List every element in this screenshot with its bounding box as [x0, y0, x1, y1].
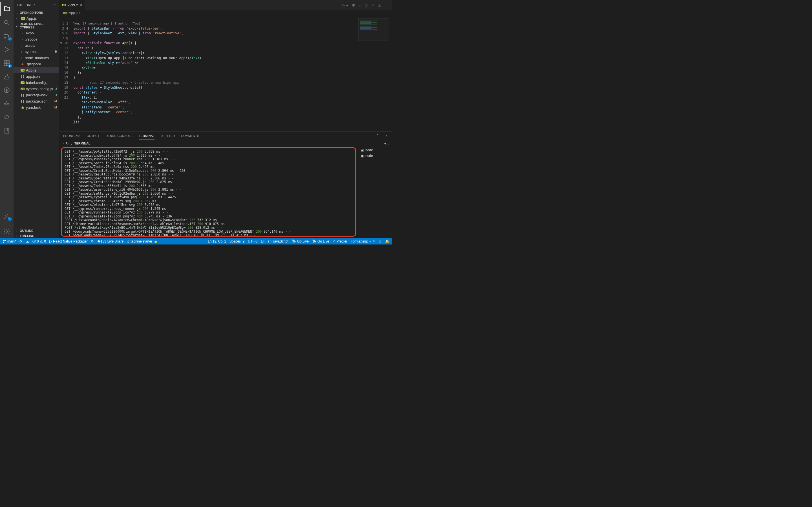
terminal-instance[interactable]: ▣node	[360, 153, 389, 159]
run-icon[interactable]: ▷⌄	[343, 3, 349, 7]
code-content[interactable]: You, 27 seconds ago | 1 author (You)impo…	[73, 16, 392, 131]
eol[interactable]: LF	[261, 239, 265, 243]
chevron-down-icon: ⌄	[15, 24, 18, 27]
close-panel-icon[interactable]: ×	[386, 133, 388, 138]
formatting-button[interactable]: Formatting:✓×	[351, 239, 375, 243]
nav-back-icon[interactable]: ◌	[358, 3, 361, 7]
timeline-header[interactable]: › TIMELINE	[13, 233, 59, 238]
go-live-button[interactable]: 📡Go Live	[292, 239, 309, 243]
file-item[interactable]: { }package-lock.j...U	[13, 92, 59, 98]
packager-indicator[interactable]: ▷React Native Packager	[49, 239, 88, 243]
prettier-button[interactable]: ✓Prettier	[333, 239, 347, 243]
branch-indicator[interactable]: main*	[2, 239, 16, 243]
chevron-right-icon: ›	[20, 50, 24, 54]
file-item[interactable]: JScypress.config.jsU	[13, 86, 59, 92]
git-status-badge: U	[55, 93, 57, 97]
panel-tab-output[interactable]: OUTPUT	[87, 132, 99, 139]
svg-rect-13	[5, 128, 9, 133]
cursor-position[interactable]: Ln 12, Col 1	[208, 239, 226, 243]
folder-item[interactable]: ›.expo	[13, 30, 59, 36]
bookmark-icon[interactable]	[0, 124, 13, 137]
svg-point-1	[4, 34, 6, 35]
folder-item[interactable]: ›cypress	[13, 48, 59, 55]
chevron-right-icon: ›	[15, 234, 18, 237]
live-share-button[interactable]: �183Live Share	[97, 239, 123, 243]
go-live-button-2[interactable]: 📡Go Live	[312, 239, 329, 243]
editor-tabs: JS App.js × ▷⌄ ◉ ◌ ◌ ⊕ ◫ ⋯	[59, 0, 392, 10]
terminal-output[interactable]: GET /__/assets/polyfills.f25d072f.js 200…	[61, 147, 356, 237]
code-editor[interactable]: 1 2 3 4 5 6 7 8 9 10 11 12 13 14 15 16 1…	[59, 16, 392, 131]
svg-point-14	[6, 214, 8, 216]
open-editor-item[interactable]: × JS App.js	[13, 15, 59, 21]
panel-tab-problems[interactable]: PROBLEMS	[63, 132, 80, 139]
chevron-right-icon[interactable]: ›	[63, 142, 64, 145]
terminal-header: › ↻ ⌄ TERMINAL ＋⌄	[59, 140, 392, 147]
file-item[interactable]: JSApp.js	[13, 67, 59, 73]
close-icon[interactable]: ×	[16, 16, 20, 20]
minimap[interactable]	[358, 18, 389, 41]
extensions-badge: 2	[8, 64, 12, 68]
account-icon[interactable]: 1	[0, 210, 13, 223]
maximize-panel-icon[interactable]: ⌃	[376, 133, 379, 138]
file-item[interactable]: ◆.gitignore	[13, 61, 59, 67]
panel-tab-jupyter[interactable]: JUPYTER	[161, 132, 175, 139]
new-terminal-icon[interactable]: ＋⌄	[384, 142, 389, 146]
outline-header[interactable]: › OUTLINE	[13, 228, 59, 233]
testing-icon[interactable]	[0, 70, 13, 83]
indentation[interactable]: Spaces: 2	[230, 239, 245, 243]
git-icon[interactable]: ⊕	[371, 3, 374, 7]
folder-item[interactable]: ›node_modules	[13, 55, 59, 61]
compare-icon[interactable]: ◉	[352, 3, 355, 7]
panel-tab-comments[interactable]: COMMENTS	[181, 132, 199, 139]
docker-icon[interactable]	[0, 97, 13, 110]
feedback-icon[interactable]: ☺	[378, 239, 382, 243]
encoding[interactable]: UTF-8	[248, 239, 257, 243]
git-status-badge: M	[54, 100, 57, 103]
panel-tab-terminal[interactable]: TERMINAL	[139, 132, 154, 139]
activity-bar: 7 2 1	[0, 0, 13, 238]
chevron-right-icon: ›	[15, 229, 18, 232]
folder-item[interactable]: ›assets	[13, 42, 59, 48]
file-item[interactable]: { }package.jsonM	[13, 98, 59, 104]
file-item[interactable]: JSbabel.config.js	[13, 79, 59, 86]
run-debug-icon[interactable]	[0, 43, 13, 56]
source-control-icon[interactable]: 7	[0, 29, 13, 43]
tabnine-indicator[interactable]: ◇tabnine starter👆	[127, 239, 158, 243]
more-icon[interactable]: ⋯	[385, 3, 388, 7]
problems-indicator[interactable]: ⓧ0 ⚠0	[33, 239, 46, 244]
chevron-down-icon: ⌄	[15, 11, 18, 14]
project-header[interactable]: ⌄ REACT-NATIVE-CYPRESS	[13, 21, 59, 30]
close-tab-icon[interactable]: ×	[80, 3, 82, 7]
svg-rect-12	[6, 102, 7, 103]
panel-tab-debug-console[interactable]: DEBUG CONSOLE	[105, 132, 133, 139]
settings-gear-icon[interactable]	[0, 225, 13, 238]
chevron-down-icon: ⌄	[70, 142, 73, 145]
explorer-icon[interactable]	[0, 2, 13, 16]
svg-point-16	[3, 240, 3, 240]
reload-icon[interactable]: ⟳	[91, 239, 94, 243]
history-icon[interactable]: ↻	[66, 142, 68, 145]
status-bar: main* ⟳ ☁ ⓧ0 ⚠0 ▷React Native Packager ⟳…	[0, 238, 392, 244]
bell-icon[interactable]: 🔔	[385, 239, 389, 243]
editor-tab[interactable]: JS App.js ×	[59, 0, 86, 10]
language-mode[interactable]: { }JavaScript	[268, 239, 288, 243]
svg-point-0	[4, 20, 8, 24]
share-icon[interactable]	[0, 110, 13, 124]
split-icon[interactable]: ◫	[378, 3, 381, 7]
breadcrumb[interactable]: JS App.js › ...	[59, 10, 392, 16]
file-item[interactable]: 🔒yarn.lockM	[13, 104, 59, 110]
terminal-instance[interactable]: ▣node	[360, 147, 389, 153]
cloud-icon[interactable]: ☁	[26, 239, 29, 243]
svg-point-8	[4, 88, 9, 93]
folder-item[interactable]: ›.vscode	[13, 36, 59, 42]
panel-tabs: PROBLEMSOUTPUTDEBUG CONSOLETERMINALJUPYT…	[59, 131, 392, 140]
search-icon[interactable]	[0, 16, 13, 29]
more-icon[interactable]: ⋯	[53, 3, 56, 7]
sidebar-header: EXPLORER ⋯	[13, 0, 59, 10]
file-item[interactable]: { }app.json	[13, 73, 59, 79]
extensions-icon[interactable]: 2	[0, 56, 13, 70]
nav-fwd-icon[interactable]: ◌	[365, 3, 368, 7]
sync-icon[interactable]: ⟳	[19, 239, 22, 243]
thunder-icon[interactable]	[0, 83, 13, 97]
open-editors-header[interactable]: ⌄ OPEN EDITORS	[13, 10, 59, 15]
